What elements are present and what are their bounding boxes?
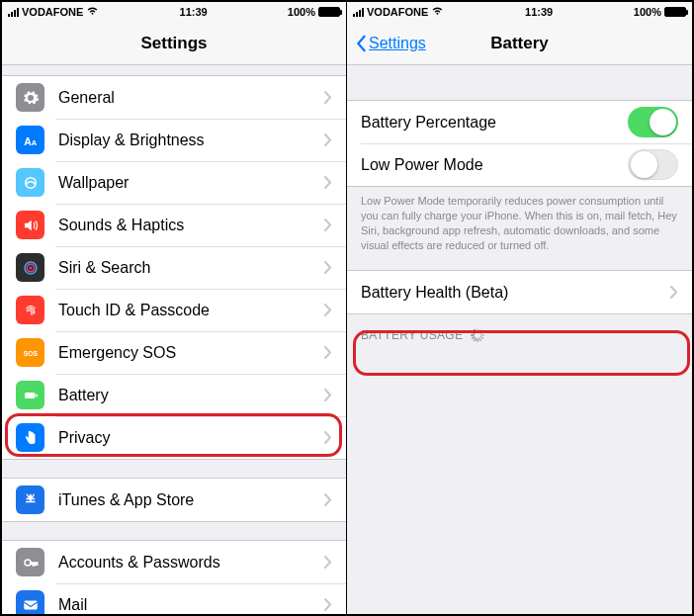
chevron-right-icon [670,286,678,299]
nav-bar: Settings Battery [347,22,692,65]
row-label: iTunes & App Store [58,491,324,509]
svg-text:SOS: SOS [23,350,38,357]
row-label: General [58,89,324,107]
wifi-icon [431,6,444,18]
gear-icon [16,83,44,112]
status-bar: VODAFONE 11:39 100% [347,2,692,22]
settings-row-emergency-sos[interactable]: SOSEmergency SOS [2,331,346,374]
carrier-label: VODAFONE [22,6,83,18]
chevron-right-icon [324,346,332,359]
low-power-mode-row[interactable]: Low Power Mode [347,143,692,186]
row-label: Mail [58,596,324,614]
chevron-right-icon [324,598,332,611]
loading-spinner-icon [471,328,484,342]
hand-icon [16,423,44,452]
low-power-mode-toggle[interactable] [628,149,678,180]
settings-row-mail[interactable]: Mail [2,583,346,614]
wifi-icon [86,6,99,18]
battery-content[interactable]: Battery Percentage Low Power Mode Low Po… [347,65,692,614]
speaker-icon [16,211,44,239]
signal-icon [8,8,19,17]
battery-percent-label: 100% [634,6,661,18]
settings-row-accounts-passwords[interactable]: Accounts & Passwords [2,541,346,583]
battery-health-row[interactable]: Battery Health (Beta) [347,271,692,313]
settings-row-privacy[interactable]: Privacy [2,416,346,459]
mail-icon [16,590,44,614]
chevron-right-icon [324,389,332,401]
svg-rect-8 [36,394,38,396]
svg-rect-7 [25,393,36,398]
clock: 11:39 [525,6,553,18]
row-label: Battery Percentage [361,114,628,132]
svg-point-5 [29,266,32,269]
row-label: Siri & Search [58,259,324,277]
battery-status-icon [318,7,340,17]
clock: 11:39 [180,6,208,18]
settings-row-general[interactable]: General [2,76,346,119]
row-label: Privacy [58,429,324,447]
fingerprint-icon [16,296,44,324]
nav-bar: Settings [2,22,346,65]
row-label: Accounts & Passwords [58,554,324,572]
battery-percentage-toggle[interactable] [628,107,678,137]
chevron-left-icon [355,35,367,52]
battery-usage-header: BATTERY USAGE [347,314,692,348]
settings-row-sounds-haptics[interactable]: Sounds & Haptics [2,204,346,246]
row-label: Sounds & Haptics [58,217,324,234]
chevron-right-icon [324,493,332,506]
row-label: Battery [58,387,324,404]
wallpaper-icon [16,168,44,197]
chevron-right-icon [324,176,332,189]
row-label: Wallpaper [58,174,324,192]
settings-row-wallpaper[interactable]: Wallpaper [2,161,346,204]
carrier-label: VODAFONE [367,6,428,18]
sos-icon: SOS [16,338,44,367]
settings-screen: VODAFONE 11:39 100% Settings GeneralAADi… [2,2,347,614]
settings-list[interactable]: GeneralAADisplay & BrightnessWallpaperSo… [2,65,346,614]
page-title: Battery [490,34,549,53]
row-label: Battery Health (Beta) [361,284,670,302]
row-label: Touch ID & Passcode [58,302,324,319]
row-label: Emergency SOS [58,344,324,362]
settings-row-battery[interactable]: Battery [2,374,346,416]
low-power-mode-description: Low Power Mode temporarily reduces power… [347,187,692,262]
battery-icon [16,381,44,409]
chevron-right-icon [324,304,332,316]
signal-icon [353,8,364,17]
battery-percentage-row[interactable]: Battery Percentage [347,101,692,143]
chevron-right-icon [324,219,332,231]
siri-icon [16,253,44,282]
svg-point-9 [25,560,31,566]
back-button[interactable]: Settings [355,35,426,52]
battery-percent-label: 100% [288,6,315,18]
chevron-right-icon [324,91,332,104]
settings-row-siri-search[interactable]: Siri & Search [2,246,346,289]
settings-row-itunes-app-store[interactable]: iTunes & App Store [2,479,346,521]
text-size-icon: AA [16,126,44,154]
chevron-right-icon [324,133,332,146]
chevron-right-icon [324,556,332,569]
chevron-right-icon [324,431,332,444]
svg-rect-10 [24,600,38,609]
settings-row-touch-id-passcode[interactable]: Touch ID & Passcode [2,289,346,331]
page-title: Settings [140,34,207,53]
settings-row-display-brightness[interactable]: AADisplay & Brightness [2,119,346,161]
status-bar: VODAFONE 11:39 100% [2,2,346,22]
battery-screen: VODAFONE 11:39 100% Settings Battery Bat… [347,2,692,614]
svg-text:A: A [31,137,37,146]
appstore-icon [16,485,44,514]
back-label: Settings [369,35,426,52]
row-label: Display & Brightness [58,132,324,149]
row-label: Low Power Mode [361,156,628,174]
battery-status-icon [664,7,686,17]
key-icon [16,548,44,576]
chevron-right-icon [324,261,332,274]
